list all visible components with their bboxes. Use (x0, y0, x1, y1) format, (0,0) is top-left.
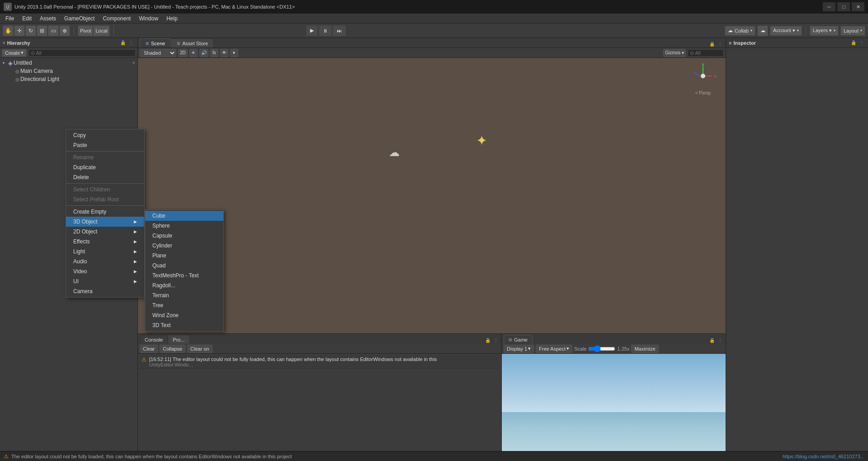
ctx-sep-2 (66, 183, 144, 184)
pivot-button[interactable]: Pivot (78, 25, 93, 36)
display-button[interactable]: Display 1 ▾ (504, 345, 534, 353)
gizmo-z-label: z (689, 73, 692, 79)
scene-lock-button[interactable]: 🔒 (708, 40, 716, 48)
game-tab[interactable]: ⊞ Game (504, 335, 533, 344)
ctx-sub-3dtext[interactable]: 3D Text (145, 320, 223, 330)
local-button[interactable]: Local (93, 25, 109, 36)
inspector-lock-button[interactable]: 🔒 (850, 39, 857, 47)
display-label: Display 1 (507, 346, 527, 352)
scene-viewport[interactable]: ✦ ☁ y x z < Persp (138, 58, 726, 333)
transform-tools: ✋ ✛ ↻ ⊞ ▭ ⊕ (3, 25, 70, 36)
inspector-panel-icon: ≡ (729, 40, 731, 46)
collab-button[interactable]: ☁ Collab ▾ (725, 26, 755, 36)
project-tab[interactable]: Pro... (168, 335, 189, 344)
game-lock-button[interactable]: 🔒 (708, 337, 716, 344)
gizmo-x-label: x (714, 73, 717, 79)
account-button[interactable]: Account ▾ ▾ (770, 26, 802, 36)
ctx-create-empty[interactable]: Create Empty (66, 207, 144, 217)
rotate-tool[interactable]: ↻ (25, 25, 36, 36)
ctx-sub-capsule[interactable]: Capsule (145, 231, 223, 241)
maximize-button[interactable]: □ (837, 2, 850, 11)
layout-button[interactable]: Layout ▾ (840, 26, 865, 36)
services-button[interactable]: ☁ (757, 25, 768, 36)
asset-store-tab[interactable]: ⊞ Asset Store (171, 38, 214, 48)
ctx-sub-cylinder[interactable]: Cylinder (145, 241, 223, 251)
step-button[interactable]: ⏭ (333, 25, 346, 36)
gizmos-search[interactable] (688, 49, 724, 57)
pause-button[interactable]: ⏸ (319, 25, 332, 36)
ctx-sub-cube[interactable]: Cube (145, 211, 223, 221)
menu-gameobject[interactable]: GameObject (61, 14, 98, 23)
shading-dropdown[interactable]: Shaded Wireframe (140, 49, 176, 57)
ctx-menu-main: Copy Paste Rename Duplicate Delete Selec… (66, 129, 145, 298)
clear-on-play-button[interactable]: Clear on (187, 345, 212, 353)
ctx-effects[interactable]: Effects ▶ (66, 237, 144, 247)
ctx-copy[interactable]: Copy (66, 130, 144, 140)
hierarchy-item-light[interactable]: ◎ Directional Light (0, 75, 137, 83)
ctx-sub-textmeshpro[interactable]: TextMeshPro - Text (145, 271, 223, 280)
console-menu-button[interactable]: ⋮ (492, 337, 500, 344)
move-tool[interactable]: ✛ (14, 25, 25, 36)
hierarchy-item-untitled[interactable]: ▼ ◈ Untitled ✕ (0, 59, 137, 67)
hidden-button[interactable]: 👁 (220, 49, 228, 57)
hierarchy-search[interactable] (28, 49, 136, 57)
menu-file[interactable]: File (2, 14, 18, 23)
hierarchy-lock-button[interactable]: 🔒 (119, 39, 127, 47)
ctx-ui[interactable]: UI ▶ (66, 276, 144, 286)
menu-assets[interactable]: Assets (36, 14, 60, 23)
ctx-sub-sphere[interactable]: Sphere (145, 221, 223, 231)
ctx-audio[interactable]: Audio ▶ (66, 257, 144, 266)
ctx-video[interactable]: Video ▶ (66, 266, 144, 276)
view-options-button[interactable]: ▾ (230, 49, 238, 57)
ctx-3d-object[interactable]: 3D Object ▶ (66, 217, 144, 227)
scale-slider[interactable] (588, 346, 615, 352)
ctx-sub-quad[interactable]: Quad (145, 261, 223, 271)
2d-button[interactable]: 2D (178, 49, 188, 57)
ctx-light[interactable]: Light ▶ (66, 247, 144, 257)
clear-button[interactable]: Clear (140, 345, 158, 353)
menu-component[interactable]: Component (99, 14, 134, 23)
hierarchy-toolbar: Create ▾ (0, 48, 137, 58)
menu-window[interactable]: Window (135, 14, 162, 23)
inspector-menu-button[interactable]: ⋮ (858, 39, 865, 47)
scale-tool[interactable]: ⊞ (37, 25, 47, 36)
gizmos-button[interactable]: Gizmos ▾ (663, 49, 686, 57)
hierarchy-item-camera[interactable]: ◎ Main Camera (0, 67, 137, 75)
scene-tab[interactable]: ⊞ Scene (140, 38, 171, 48)
ctx-sub-tree[interactable]: Tree (145, 300, 223, 310)
fx-button[interactable]: fx (210, 49, 218, 57)
ctx-sub-windzone[interactable]: Wind Zone (145, 310, 223, 320)
console-entry[interactable]: ⚠ [16:52:11] The editor layout could not… (140, 356, 500, 369)
close-button[interactable]: ✕ (852, 2, 864, 11)
minimize-button[interactable]: ─ (823, 2, 835, 11)
play-button[interactable]: ▶ (306, 25, 318, 36)
game-menu-button[interactable]: ⋮ (717, 337, 724, 344)
hierarchy-menu-button[interactable]: ⋮ (127, 39, 135, 47)
console-lock-button[interactable]: 🔒 (484, 337, 491, 344)
lighting-button[interactable]: ☀ (189, 49, 198, 57)
ctx-sub-ragdoll[interactable]: Ragdoll... (145, 280, 223, 290)
ctx-duplicate[interactable]: Duplicate (66, 162, 144, 172)
console-tab[interactable]: Console (140, 335, 168, 344)
collapse-button[interactable]: Collapse (160, 345, 185, 353)
ctx-delete[interactable]: Delete (66, 172, 144, 182)
game-viewport[interactable] (502, 354, 726, 451)
create-button[interactable]: Create ▾ (2, 49, 27, 57)
ctx-2d-arrow-icon: ▶ (134, 229, 137, 234)
maximize-button[interactable]: Maximize (631, 345, 658, 353)
menu-edit[interactable]: Edit (19, 14, 35, 23)
rect-tool[interactable]: ▭ (48, 25, 59, 36)
scene-menu-button[interactable]: ⋮ (717, 40, 724, 48)
transform-tool[interactable]: ⊕ (59, 25, 70, 36)
ctx-camera[interactable]: Camera (66, 286, 144, 296)
ctx-sep-3 (66, 205, 144, 206)
aspect-button[interactable]: Free Aspect ▾ (536, 345, 572, 353)
ctx-paste[interactable]: Paste (66, 140, 144, 150)
ctx-sub-terrain[interactable]: Terrain (145, 290, 223, 300)
layers-button[interactable]: Layers ▾ ▾ (810, 26, 839, 36)
audio-button[interactable]: 🔊 (199, 49, 208, 57)
ctx-sub-plane[interactable]: Plane (145, 251, 223, 261)
ctx-2d-object[interactable]: 2D Object ▶ (66, 227, 144, 237)
menu-help[interactable]: Help (163, 14, 181, 23)
hand-tool[interactable]: ✋ (3, 25, 14, 36)
